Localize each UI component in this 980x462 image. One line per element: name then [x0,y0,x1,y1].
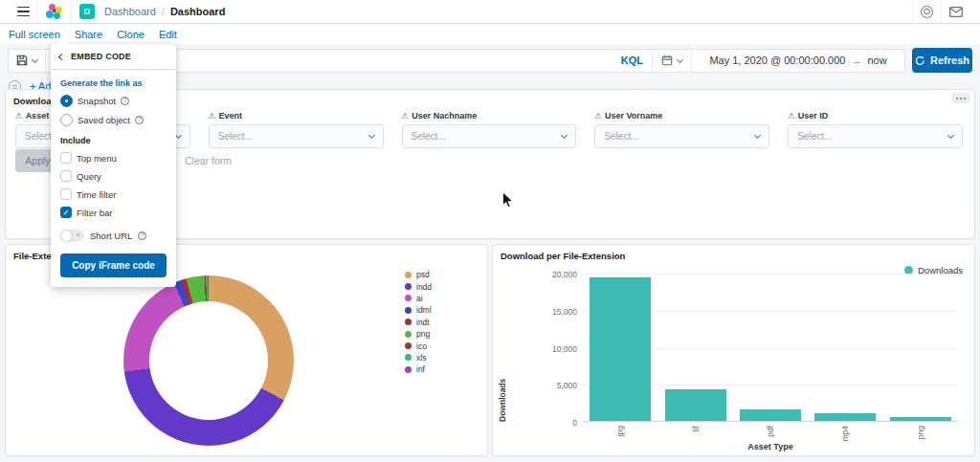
hamburger-menu-button[interactable] [10,0,37,24]
filter-select[interactable]: Select... [402,124,577,148]
copy-iframe-button[interactable]: Copy iFrame code [60,253,167,277]
embed-code-popup: EMBED CODE Generate the link as Snapshot… [51,44,176,287]
checkbox-label: Filter bar [77,208,112,218]
menu-item-edit[interactable]: Edit [159,29,177,40]
clear-form-button[interactable]: Clear form [185,155,232,166]
field-label-text: User Vorname [605,111,662,121]
include-label: Include [60,136,167,145]
bar[interactable] [740,409,801,421]
help-button[interactable] [913,0,941,24]
app-root: D Dashboard / Dashboard Full screenShare… [0,0,980,462]
date-picker-button[interactable] [653,55,691,66]
legend-item[interactable]: ico [405,340,432,351]
chevron-down-icon [32,55,38,62]
x-tick-label: mp4 [840,426,850,442]
checkbox-option[interactable]: ✓Filter bar [60,207,167,218]
newsfeed-button[interactable] [942,0,970,24]
warning-icon: ⚠ [209,111,216,121]
saved-query-button[interactable] [9,50,46,72]
legend-label: psd [416,270,430,279]
chevron-down-icon [368,132,375,139]
gridline [583,274,958,275]
checkbox-option[interactable]: Query [60,170,167,182]
legend-dot [405,295,412,301]
y-tick-label: 0 [537,418,577,428]
refresh-icon [915,55,925,66]
kql-button[interactable]: KQL [612,55,652,66]
warning-icon: ⚠ [402,111,410,121]
breadcrumb-root[interactable]: Dashboard [104,6,156,17]
legend-item[interactable]: xls [405,352,432,363]
info-icon: ? [135,116,144,124]
legend-item[interactable]: idml [405,304,432,316]
bar[interactable] [890,417,951,421]
radio-group: Snapshot?Saved object? [60,95,167,126]
checkbox-icon: ✓ [60,207,72,218]
radio-label: Saved object [78,115,130,125]
radio-option[interactable]: Saved object? [60,114,167,126]
menu-item-share[interactable]: Share [75,29,102,40]
date-start[interactable]: May 1, 2020 @ 00:00:00.000 [709,55,845,66]
donut-legend: psdinddaiidmlindtpngicoxlsinf [405,269,432,376]
filter-field-label: ⚠User Vorname [594,111,769,121]
hamburger-icon [17,7,30,17]
y-tick-label: 5,000 [537,381,577,390]
breadcrumb-current: Dashboard [170,6,225,17]
legend-label: xls [416,353,426,363]
breadcrumb: Dashboard / Dashboard [104,6,225,17]
donut-chart[interactable] [123,275,294,446]
filter-field: ⚠User VornameSelect... [594,111,769,148]
info-icon: ? [121,97,129,105]
panel-title: Download per File-Extension [493,245,974,267]
legend-dot [405,342,412,349]
legend-label: indd [416,282,432,292]
legend-item[interactable]: ai [405,293,432,304]
bar[interactable] [814,413,876,421]
select-placeholder: Select... [604,131,638,142]
checkbox-option[interactable]: Top menu [60,152,167,164]
radio-label: Snapshot [78,96,116,106]
back-icon [58,53,65,59]
x-tick-label: pdf [766,426,775,437]
x-tick-label: jpg [615,426,625,436]
filter-select[interactable]: Select... [594,124,769,148]
radio-option[interactable]: Snapshot? [60,95,167,107]
select-placeholder: Select... [218,131,253,142]
short-url-toggle[interactable]: × Short URL ? [60,230,167,242]
legend-label: png [416,329,430,339]
legend-dot [405,283,412,290]
panel-options-button[interactable] [952,93,969,103]
generate-link-label: Generate the link as [60,78,167,88]
mail-icon [949,7,963,17]
legend-item[interactable]: png [405,328,432,340]
elastic-logo-icon[interactable] [46,4,63,20]
y-tick-label: 10,000 [537,344,577,354]
filter-select[interactable]: Select... [788,124,963,148]
radio-icon [60,95,73,107]
date-end[interactable]: now [867,55,886,66]
chevron-down-icon [947,132,954,139]
y-tick-label: 15,000 [537,307,577,317]
legend-item[interactable]: inf [405,363,432,375]
space-badge[interactable]: D [79,4,95,19]
legend-item[interactable]: indd [405,280,432,292]
bar[interactable] [665,389,726,421]
legend-dot [405,331,412,338]
close-icon: × [76,231,80,239]
menu-bar: Full screenShareCloneEdit [0,24,980,44]
checkbox-label: Query [77,171,101,182]
popup-title: EMBED CODE [71,52,131,61]
filter-field: ⚠User NachnameSelect... [402,111,577,148]
refresh-button[interactable]: Refresh [912,48,972,73]
bar[interactable] [590,277,651,421]
date-range-control[interactable]: May 1, 2020 @ 00:00:00.000 → now [692,50,904,72]
filter-field-label: ⚠User Nachname [402,111,577,121]
menu-item-full-screen[interactable]: Full screen [9,29,60,40]
checkbox-option[interactable]: Time filter [60,188,167,200]
popup-header-back[interactable]: EMBED CODE [51,44,176,70]
legend-item[interactable]: psd [405,269,432,280]
menu-item-clone[interactable]: Clone [117,29,145,40]
filter-select[interactable]: Select... [209,124,384,148]
select-placeholder: Select... [797,131,832,142]
legend-item[interactable]: indt [405,317,432,328]
